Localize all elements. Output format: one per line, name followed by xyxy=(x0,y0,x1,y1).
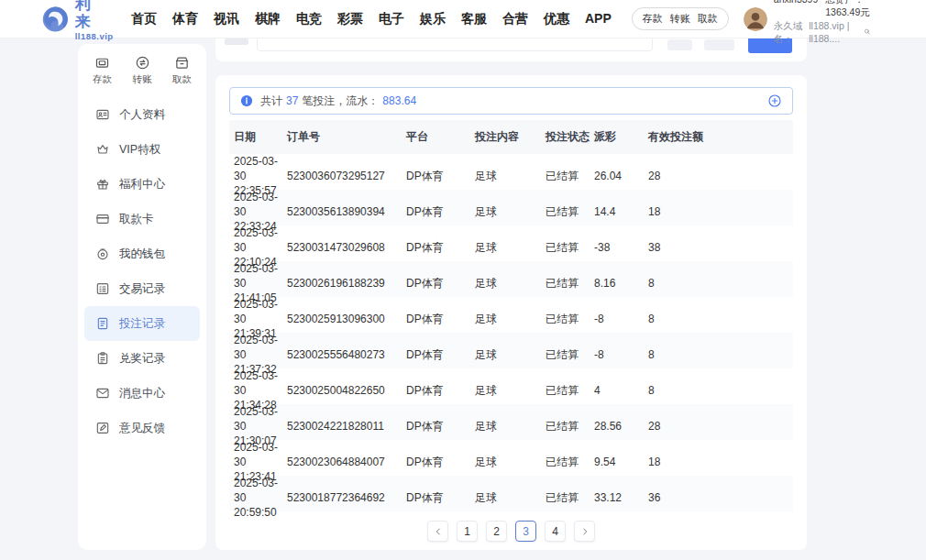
quick-action[interactable]: 存款 xyxy=(93,55,112,86)
user-avatar[interactable] xyxy=(744,7,767,31)
table-row[interactable]: 2025-03-3022:10:245230031473029608DP体育足球… xyxy=(229,225,793,261)
bet-status: 已结算 xyxy=(546,347,594,363)
bet-content: 足球 xyxy=(475,419,546,434)
page-button[interactable]: 1 xyxy=(457,521,478,542)
sidebar-item[interactable]: 取款卡 xyxy=(84,202,200,236)
quick-action[interactable]: 取款 xyxy=(172,55,192,86)
nav-item[interactable]: 合营 xyxy=(502,11,528,27)
filter-control-cropped[interactable] xyxy=(704,39,734,50)
column-header: 投注内容 xyxy=(475,129,546,145)
sidebar-item[interactable]: 投注记录 xyxy=(84,306,200,341)
main-nav: 首页体育视讯棋牌电竞彩票电子娱乐客服合营优惠APP xyxy=(131,11,612,27)
bet-order: 5230018772364692 xyxy=(287,491,406,504)
nav-item[interactable]: APP xyxy=(585,11,612,27)
brand-name: 利 来 xyxy=(75,0,116,31)
credit-card-icon xyxy=(95,212,110,226)
bet-content: 足球 xyxy=(475,240,546,256)
sidebar-item[interactable]: 个人资料 xyxy=(84,97,200,132)
column-header: 订单号 xyxy=(287,129,406,145)
sidebar-item[interactable]: 我的钱包 xyxy=(84,236,200,271)
table-row[interactable]: 2025-03-3021:23:415230023064884007DP体育足球… xyxy=(229,440,793,476)
table-row[interactable]: 2025-03-3021:39:315230025913096300DP体育足球… xyxy=(229,297,793,333)
next-page-button[interactable] xyxy=(574,521,595,542)
search-icon[interactable] xyxy=(864,27,871,37)
bet-status: 已结算 xyxy=(546,455,594,470)
wallet-pill-item[interactable]: 取款 xyxy=(698,12,718,26)
bet-table: 日期订单号平台投注内容投注状态派彩有效投注额 2025-03-3022:35:5… xyxy=(229,120,793,511)
crown-icon xyxy=(95,142,110,157)
summary-middle: 笔投注，流水： xyxy=(302,93,379,109)
nav-item[interactable]: 娱乐 xyxy=(420,11,446,27)
nav-item[interactable]: 优惠 xyxy=(544,11,569,27)
sidebar-item[interactable]: 意见反馈 xyxy=(84,411,200,445)
sidebar-item-label: 交易记录 xyxy=(119,281,165,297)
page-button[interactable]: 4 xyxy=(545,521,566,542)
bet-platform: DP体育 xyxy=(406,455,475,470)
nav-item[interactable]: 彩票 xyxy=(337,11,363,27)
sidebar-item[interactable]: 消息中心 xyxy=(84,376,200,411)
nav-item[interactable]: 体育 xyxy=(172,11,198,27)
sidebar-item[interactable]: 福利中心 xyxy=(84,167,200,202)
nav-item[interactable]: 棋牌 xyxy=(255,11,281,27)
prev-page-button[interactable] xyxy=(427,521,448,542)
nav-item[interactable]: 客服 xyxy=(461,11,487,27)
nav-item[interactable]: 视讯 xyxy=(214,11,239,27)
filter-control-cropped[interactable] xyxy=(667,39,692,50)
bet-payout: 14.4 xyxy=(594,205,648,218)
page-button[interactable]: 3 xyxy=(515,521,536,542)
quick-action[interactable]: 转账 xyxy=(133,55,152,86)
bet-payout: 33.12 xyxy=(594,491,648,504)
nav-item[interactable]: 电竞 xyxy=(296,11,322,27)
info-icon xyxy=(240,94,253,107)
gift-icon xyxy=(95,177,110,192)
bet-status: 已结算 xyxy=(546,169,594,184)
brand-logo[interactable]: 利 来 ll188.vip xyxy=(42,0,116,41)
table-row[interactable]: 2025-03-3021:41:055230026196188239DP体育足球… xyxy=(229,261,793,297)
wallet-pill-item[interactable]: 转账 xyxy=(670,12,690,26)
column-header: 平台 xyxy=(406,129,475,145)
bet-status: 已结算 xyxy=(546,419,594,434)
bet-payout: -8 xyxy=(594,348,648,361)
table-row[interactable]: 2025-03-3021:30:075230024221828011DP体育足球… xyxy=(229,404,793,440)
bet-date-time: 20:59:50 xyxy=(234,505,287,520)
table-row[interactable]: 2025-03-3022:33:245230035613890394DP体育足球… xyxy=(229,190,793,225)
bet-date: 2025-03-3020:59:50 xyxy=(234,476,287,521)
file-icon xyxy=(95,316,110,331)
id-card-icon xyxy=(95,107,110,122)
user-line-2: 永久域名： ll188.vip | ll188.... xyxy=(774,19,871,45)
username[interactable]: anxin3399 xyxy=(774,0,818,19)
bet-count: 37 xyxy=(286,94,298,107)
sidebar-item[interactable]: 交易记录 xyxy=(84,271,200,306)
bet-date-day: 2025-03-30 xyxy=(234,404,287,434)
sidebar-item[interactable]: 兑奖记录 xyxy=(84,341,200,376)
sidebar-item[interactable]: VIP特权 xyxy=(84,132,200,167)
bet-content: 足球 xyxy=(475,347,546,363)
assets-label: 总资产： xyxy=(825,0,864,5)
nav-item[interactable]: 首页 xyxy=(131,11,157,27)
nav-item[interactable]: 电子 xyxy=(379,11,404,27)
pagination: 1234 xyxy=(215,521,807,542)
filter-label-cropped xyxy=(225,38,248,45)
bet-valid: 28 xyxy=(648,170,793,182)
plus-circle-icon[interactable] xyxy=(767,93,782,108)
bet-platform: DP体育 xyxy=(406,312,475,327)
table-row[interactable]: 2025-03-3021:34:285230025004822650DP体育足球… xyxy=(229,368,793,404)
user-line-1: anxin3399 总资产： 1363.49元 xyxy=(774,0,871,19)
bet-valid: 8 xyxy=(648,348,793,361)
wallet-pill-item[interactable]: 存款 xyxy=(643,12,663,26)
bet-order: 5230025004822650 xyxy=(287,384,406,397)
bet-order: 5230023064884007 xyxy=(287,456,406,468)
column-header: 派彩 xyxy=(594,129,648,145)
bet-valid: 18 xyxy=(648,456,793,468)
table-row[interactable]: 2025-03-3022:35:575230036073295127DP体育足球… xyxy=(229,154,793,190)
assets-text: 总资产： 1363.49元 xyxy=(825,0,871,19)
sidebar-item-label: 个人资料 xyxy=(119,107,165,123)
bet-valid: 38 xyxy=(648,241,793,254)
sidebar-item-label: 意见反馈 xyxy=(119,421,165,436)
page-button[interactable]: 2 xyxy=(486,521,507,542)
table-row[interactable]: 2025-03-3020:59:505230018772364692DP体育足球… xyxy=(229,476,793,511)
sidebar-item-label: 投注记录 xyxy=(119,316,165,332)
deposit-icon xyxy=(94,55,110,71)
list-icon xyxy=(95,281,110,296)
table-row[interactable]: 2025-03-3021:37:325230025556480273DP体育足球… xyxy=(229,333,793,368)
